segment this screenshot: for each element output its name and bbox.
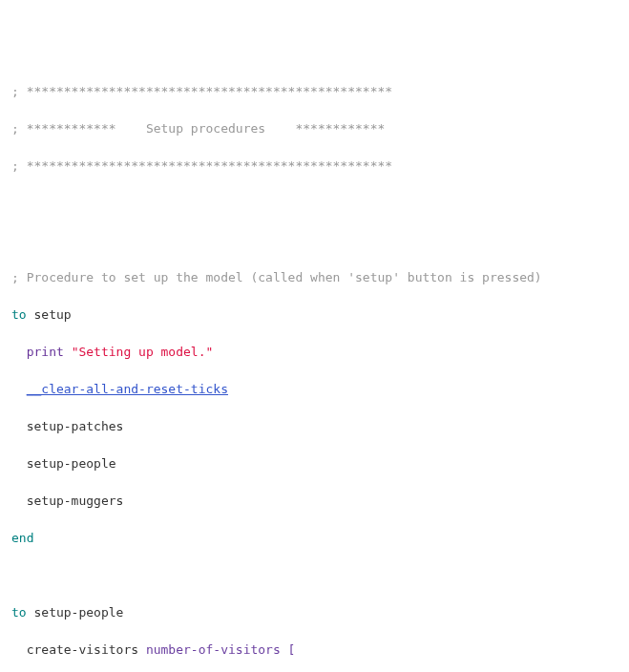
blank-line (11, 194, 618, 213)
variable: number-of-visitors (146, 642, 281, 657)
comment: ; Procedure to set up the model (called … (11, 270, 542, 284)
clear-call: __clear-all-and-reset-ticks (27, 382, 228, 396)
call: setup-patches (27, 419, 124, 433)
code-line: create-visitors number-of-visitors [ (11, 640, 618, 660)
keyword-end: end (11, 531, 33, 545)
code-line: print "Setting up model." (11, 343, 618, 362)
code-line: __clear-all-and-reset-ticks (11, 380, 618, 399)
call: create-visitors (27, 642, 138, 657)
code-line: ; Procedure to set up the model (called … (11, 268, 618, 287)
comment: ; **************************************… (11, 84, 392, 98)
code-line: setup-patches (11, 417, 618, 436)
code-line: ; **************************************… (11, 157, 618, 176)
code-line: end (11, 529, 618, 548)
code-line: to setup-people (11, 603, 618, 622)
call: setup-muggers (27, 494, 124, 508)
keyword-to: to (11, 605, 27, 620)
code-line: ; ************ Setup procedures ********… (11, 119, 618, 138)
proc-name: setup (33, 307, 71, 322)
code-line: setup-people (11, 454, 618, 473)
code-line: setup-muggers (11, 492, 618, 511)
call: setup-people (27, 456, 116, 471)
keyword-to: to (11, 307, 27, 322)
blank-line (11, 231, 618, 250)
comment: ; ************ Setup procedures ********… (11, 121, 385, 136)
code-line: to setup (11, 305, 618, 325)
keyword-print: print (27, 345, 64, 359)
string: "Setting up model." (72, 345, 214, 359)
code-line: ; **************************************… (11, 82, 618, 101)
bracket: [ (288, 642, 296, 657)
comment: ; **************************************… (11, 158, 392, 173)
blank-line (11, 566, 618, 585)
proc-name: setup-people (33, 605, 123, 620)
